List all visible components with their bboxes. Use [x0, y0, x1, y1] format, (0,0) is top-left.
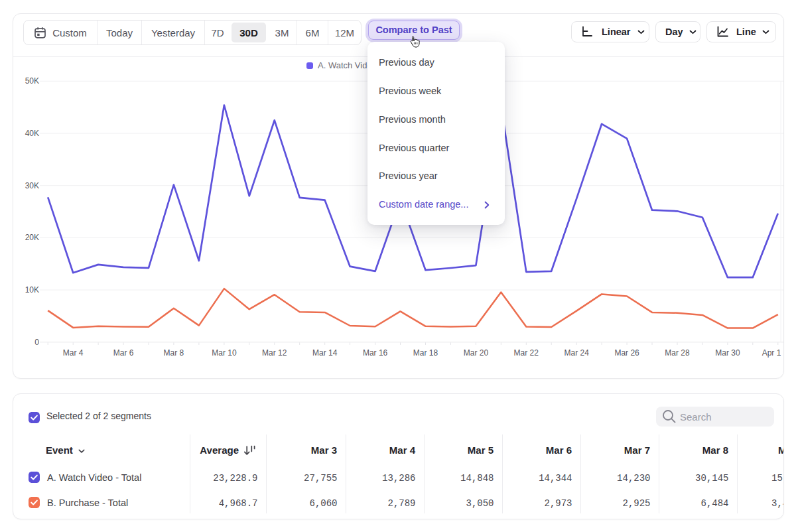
svg-text:0: 0	[34, 338, 39, 347]
svg-text:Mar 22: Mar 22	[514, 348, 539, 358]
svg-text:Mar 12: Mar 12	[262, 348, 287, 358]
svg-text:Mar 10: Mar 10	[212, 348, 237, 358]
svg-text:Mar 14: Mar 14	[312, 348, 338, 358]
svg-text:Mar 6: Mar 6	[113, 348, 134, 358]
svg-text:50K: 50K	[25, 76, 39, 86]
svg-text:Mar 16: Mar 16	[363, 348, 388, 358]
svg-text:40K: 40K	[25, 129, 39, 138]
svg-text:10K: 10K	[25, 285, 39, 295]
svg-text:20K: 20K	[25, 233, 39, 242]
svg-text:30K: 30K	[25, 181, 39, 190]
svg-text:Mar 20: Mar 20	[464, 348, 489, 358]
svg-text:Apr 1: Apr 1	[762, 348, 781, 358]
svg-text:Mar 18: Mar 18	[413, 348, 438, 358]
svg-text:Mar 30: Mar 30	[715, 348, 740, 358]
svg-text:Mar 24: Mar 24	[564, 348, 590, 358]
svg-text:Mar 28: Mar 28	[665, 348, 690, 358]
svg-text:Mar 26: Mar 26	[614, 348, 639, 358]
svg-text:Mar 8: Mar 8	[164, 348, 184, 358]
svg-text:Mar 4: Mar 4	[63, 348, 84, 358]
